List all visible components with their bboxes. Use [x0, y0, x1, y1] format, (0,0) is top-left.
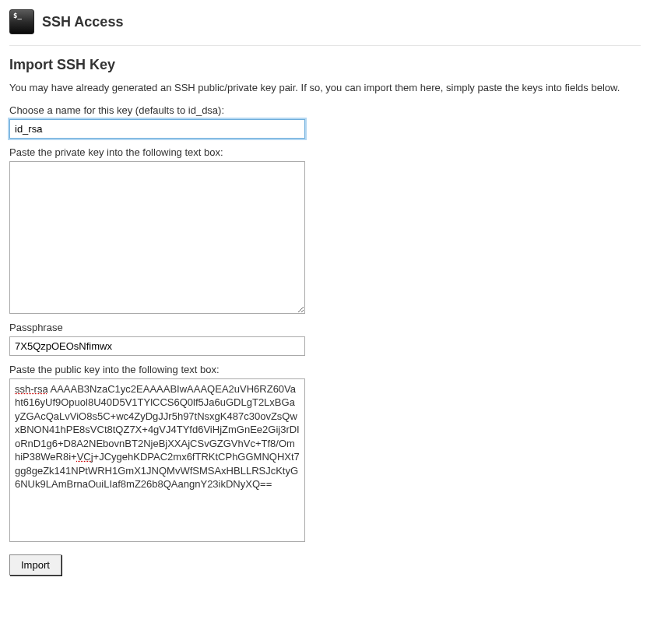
passphrase-input[interactable] [9, 336, 305, 356]
private-key-label: Paste the private key into the following… [9, 146, 641, 158]
terminal-icon: $_ [9, 9, 34, 34]
import-button[interactable]: Import [9, 554, 61, 575]
public-key-body-2: VCj [77, 451, 93, 463]
section-title: Import SSH Key [9, 57, 641, 73]
public-key-textarea[interactable]: ssh-rsa AAAAB3NzaC1yc2EAAAABIwAAAQEA2uVH… [9, 378, 305, 542]
private-key-textarea[interactable] [9, 161, 305, 314]
public-key-label: Paste the public key into the following … [9, 364, 641, 375]
page-header: $_ SSH Access [9, 9, 641, 46]
key-name-label: Choose a name for this key (defaults to … [9, 104, 641, 116]
section-intro: You may have already generated an SSH pu… [9, 81, 641, 95]
page-title: SSH Access [42, 14, 123, 30]
passphrase-label: Passphrase [9, 322, 641, 333]
terminal-icon-glyph: $_ [13, 12, 22, 19]
public-key-prefix: ssh-rsa [15, 383, 48, 395]
key-name-input[interactable] [9, 119, 305, 139]
